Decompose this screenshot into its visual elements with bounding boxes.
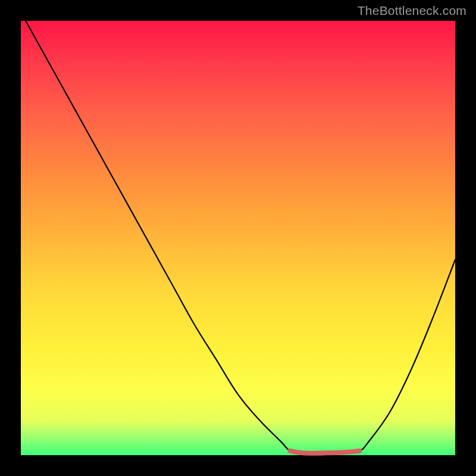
- optimal-range-marker-path: [290, 451, 360, 453]
- chart-svg: [21, 21, 455, 455]
- bottleneck-curve-path: [21, 12, 455, 453]
- watermark-label: TheBottleneck.com: [358, 4, 466, 18]
